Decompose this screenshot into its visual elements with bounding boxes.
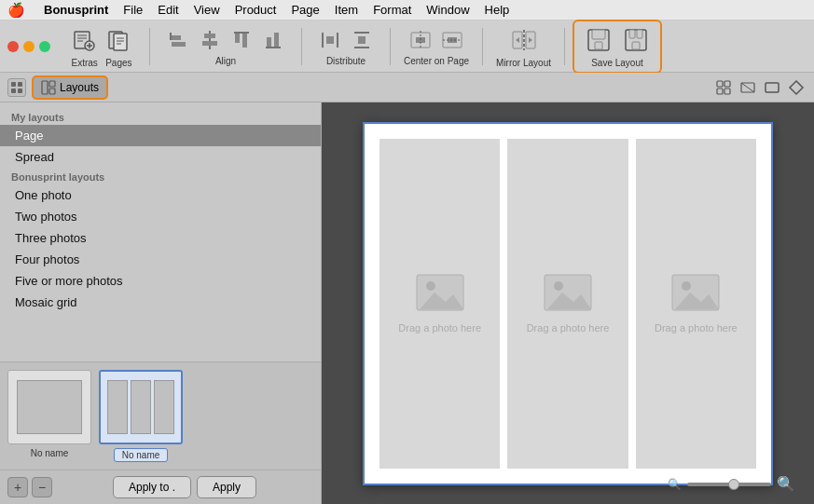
sidebar-bottom: + − Apply to . Apply	[0, 470, 321, 504]
center-h-btn[interactable]	[406, 27, 435, 53]
mirror-label: Mirror Layout	[496, 58, 551, 68]
svg-rect-22	[267, 37, 271, 47]
layouts-tab-label: Layouts	[60, 81, 99, 94]
photos-panel-btn[interactable]	[7, 78, 26, 97]
save-layout-highlight: Save Layout	[573, 20, 662, 74]
mirror-icon	[511, 27, 537, 53]
sidebar-item-page[interactable]: Page	[0, 125, 321, 146]
align-label: Align	[215, 56, 236, 66]
menu-window[interactable]: Window	[426, 3, 469, 17]
align-center-icon	[199, 29, 221, 51]
align-btn-2[interactable]	[195, 27, 225, 53]
center-v-icon	[441, 29, 463, 51]
menu-edit[interactable]: Edit	[158, 3, 178, 17]
menu-bar: 🍎 Bonusprint File Edit View Product Page…	[0, 0, 814, 20]
svg-rect-54	[49, 89, 55, 94]
apply-button[interactable]: Apply	[197, 476, 256, 498]
svg-rect-56	[724, 81, 730, 87]
select-tool-icon	[715, 79, 732, 96]
maximize-button[interactable]	[39, 41, 50, 52]
remove-layout-btn[interactable]: −	[32, 477, 52, 497]
divider-4	[482, 28, 483, 65]
thumbnail-box-2[interactable]	[99, 370, 183, 444]
tool-diamond[interactable]	[786, 77, 807, 98]
menu-view[interactable]: View	[194, 3, 220, 17]
toolbar-group-save: Save Layout	[576, 23, 658, 70]
tool-select[interactable]	[713, 77, 734, 98]
toolbar-group-extras: Extras Pages	[62, 23, 142, 70]
svg-rect-58	[724, 89, 730, 94]
tool-rectangle[interactable]	[762, 77, 782, 98]
sidebar-item-one-photo[interactable]: One photo	[0, 184, 321, 206]
menu-format[interactable]: Format	[373, 3, 411, 17]
photo-placeholder-icon-1	[416, 274, 464, 311]
svg-rect-29	[358, 36, 366, 44]
toolbar: Extras Pages	[0, 20, 814, 73]
save-layout-btn1[interactable]	[582, 25, 615, 55]
pages-button[interactable]	[103, 25, 136, 55]
minimize-button[interactable]	[23, 41, 34, 52]
distribute-h-btn[interactable]	[315, 27, 345, 53]
sub-toolbar-tools	[713, 77, 807, 98]
menu-file[interactable]: File	[123, 3, 143, 17]
zoom-slider[interactable]	[687, 483, 771, 486]
zoom-in-icon: 🔍	[777, 475, 795, 493]
photo-slot-1[interactable]: Drag a photo here	[379, 139, 500, 469]
photo-placeholder-icon-2	[544, 274, 592, 311]
thumbnail-1[interactable]: No name	[7, 370, 91, 462]
svg-rect-47	[632, 42, 640, 49]
menu-item[interactable]: Item	[335, 3, 358, 17]
distribute-v-btn[interactable]	[347, 27, 377, 53]
apple-menu[interactable]: 🍎	[7, 2, 25, 19]
zoom-out-icon: 🔍	[668, 478, 682, 491]
menu-page[interactable]: Page	[291, 3, 319, 17]
photo-slot-2[interactable]: Drag a photo here	[507, 139, 628, 469]
sub-toolbar: Layouts	[0, 73, 814, 102]
svg-rect-8	[114, 34, 127, 50]
sidebar-list: My layouts Page Spread Bonusprint layout…	[0, 102, 321, 361]
layouts-icon	[41, 80, 56, 95]
layouts-tab[interactable]: Layouts	[32, 75, 108, 100]
toolbar-group-align: Align	[158, 25, 294, 68]
sidebar-item-four-photos[interactable]: Four photos	[0, 249, 321, 270]
zoom-thumb[interactable]	[728, 479, 739, 490]
photo-slot-3[interactable]: Drag a photo here	[636, 139, 756, 469]
add-layout-btn[interactable]: +	[7, 477, 28, 497]
menu-help[interactable]: Help	[485, 3, 510, 17]
save-layout-btn2[interactable]	[619, 25, 653, 55]
thumbnail-label-1: No name	[31, 448, 69, 458]
svg-rect-49	[18, 82, 22, 87]
photos-panel-icon	[10, 81, 23, 94]
thumbnail-label-2: No name	[114, 448, 169, 462]
sidebar-item-three-photos[interactable]: Three photos	[0, 227, 321, 249]
svg-rect-55	[717, 81, 723, 87]
center-v-btn[interactable]	[437, 27, 467, 53]
thumbnail-2[interactable]: No name	[99, 370, 183, 462]
align-btn-3[interactable]	[227, 27, 256, 53]
align-btn-4[interactable]	[258, 27, 288, 53]
save-layout-label: Save Layout	[591, 58, 643, 68]
svg-rect-16	[204, 34, 215, 38]
toolbar-group-mirror: Mirror Layout	[490, 23, 557, 70]
thumbnail-box-1[interactable]	[7, 370, 91, 444]
distribute-label: Distribute	[326, 56, 366, 66]
close-button[interactable]	[7, 41, 19, 52]
rectangle-tool-icon	[764, 79, 780, 96]
photo-slot-3-label: Drag a photo here	[655, 322, 738, 334]
extras-button[interactable]	[67, 25, 101, 55]
sidebar-item-five-more[interactable]: Five or more photos	[0, 270, 321, 292]
tool-draw[interactable]	[738, 77, 758, 98]
svg-rect-48	[11, 82, 16, 87]
menu-product[interactable]: Product	[235, 3, 277, 17]
sidebar-item-spread[interactable]: Spread	[0, 146, 321, 168]
mirror-btn[interactable]	[507, 25, 541, 55]
sidebar-item-mosaic[interactable]: Mosaic grid	[0, 292, 321, 313]
align-btn-1[interactable]	[163, 27, 193, 53]
sidebar-item-two-photos[interactable]: Two photos	[0, 206, 321, 227]
app-name: Bonusprint	[44, 3, 108, 17]
main-content: My layouts Page Spread Bonusprint layout…	[0, 102, 814, 504]
apply-to-button[interactable]: Apply to .	[113, 476, 191, 498]
align-left-icon	[167, 29, 189, 51]
svg-rect-52	[42, 81, 48, 94]
extras-icon	[71, 27, 97, 53]
